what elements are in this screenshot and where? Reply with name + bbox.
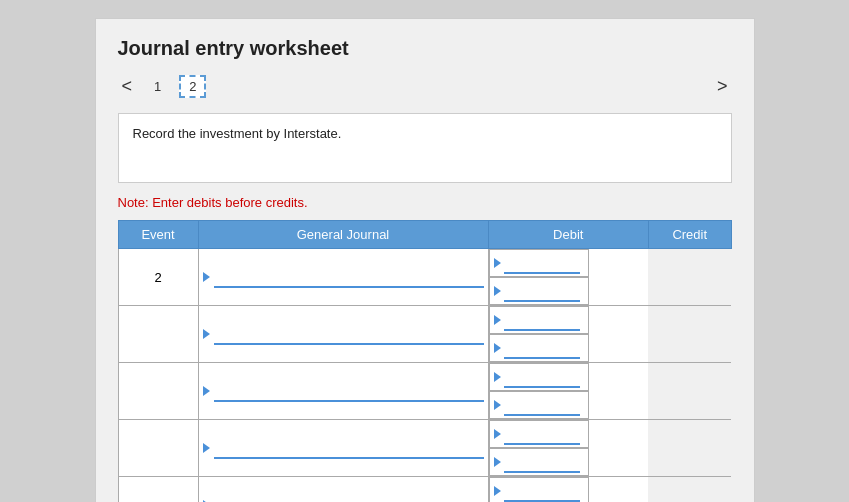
journal-table: Event General Journal Debit Credit 2 [118, 220, 732, 502]
credit-indicator-icon [494, 457, 501, 467]
debit-input[interactable] [504, 366, 580, 388]
journal-input[interactable] [214, 323, 484, 345]
next-arrow[interactable]: > [713, 74, 732, 99]
credit-input[interactable] [504, 337, 580, 359]
debit-input[interactable] [504, 252, 580, 274]
table-row [118, 306, 731, 363]
credit-input[interactable] [504, 394, 580, 416]
credit-indicator-icon [494, 286, 501, 296]
journal-input[interactable] [214, 437, 484, 459]
credit-cell[interactable] [489, 277, 589, 305]
col-credit: Credit [648, 221, 731, 249]
note-text: Record the investment by Interstate. [133, 126, 342, 141]
debit-indicator-icon [494, 429, 501, 439]
debit-cell[interactable] [489, 306, 589, 334]
journal-input[interactable] [214, 266, 484, 288]
journal-cell[interactable] [198, 363, 488, 420]
table-row [118, 420, 731, 477]
debit-input[interactable] [504, 309, 580, 331]
event-cell [118, 420, 198, 477]
page-1-num[interactable]: 1 [146, 77, 169, 96]
debit-input[interactable] [504, 480, 580, 502]
credit-cell[interactable] [489, 391, 589, 419]
table-row: 2 [118, 249, 731, 306]
journal-input[interactable] [214, 380, 484, 402]
panel-title: Journal entry worksheet [118, 37, 732, 60]
col-event: Event [118, 221, 198, 249]
credit-indicator-icon [494, 400, 501, 410]
row-indicator-icon [203, 329, 210, 339]
credit-cell[interactable] [489, 334, 589, 362]
nav-row: < 1 2 > [118, 74, 732, 99]
debit-input[interactable] [504, 423, 580, 445]
debit-indicator-icon [494, 315, 501, 325]
journal-cell[interactable] [198, 477, 488, 503]
col-debit: Debit [488, 221, 648, 249]
debit-indicator-icon [494, 486, 501, 496]
event-cell [118, 363, 198, 420]
debit-cell[interactable] [489, 249, 589, 277]
journal-panel: Journal entry worksheet < 1 2 > Record t… [95, 18, 755, 502]
prev-arrow[interactable]: < [118, 74, 137, 99]
journal-cell[interactable] [198, 420, 488, 477]
table-row [118, 477, 731, 503]
debit-indicator-icon [494, 372, 501, 382]
event-cell [118, 306, 198, 363]
debit-cell[interactable] [489, 477, 589, 502]
credit-cell[interactable] [489, 448, 589, 476]
credit-input[interactable] [504, 280, 580, 302]
journal-cell[interactable] [198, 249, 488, 306]
row-indicator-icon [203, 443, 210, 453]
credit-input[interactable] [504, 451, 580, 473]
note-box: Record the investment by Interstate. [118, 113, 732, 183]
journal-input[interactable] [214, 494, 484, 502]
col-general-journal: General Journal [198, 221, 488, 249]
table-row [118, 363, 731, 420]
warning-text: Note: Enter debits before credits. [118, 195, 732, 210]
debit-indicator-icon [494, 258, 501, 268]
credit-indicator-icon [494, 343, 501, 353]
debit-cell[interactable] [489, 363, 589, 391]
debit-cell[interactable] [489, 420, 589, 448]
page-2-num[interactable]: 2 [179, 75, 206, 98]
event-cell [118, 477, 198, 503]
journal-cell[interactable] [198, 306, 488, 363]
row-indicator-icon [203, 386, 210, 396]
row-indicator-icon [203, 272, 210, 282]
event-cell: 2 [118, 249, 198, 306]
